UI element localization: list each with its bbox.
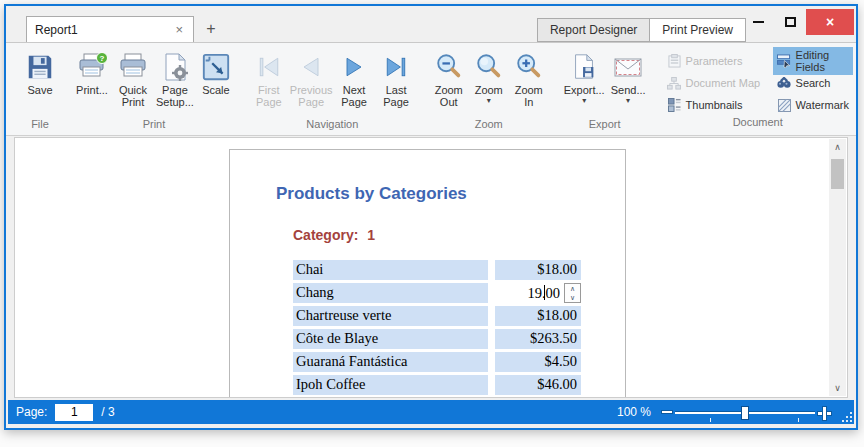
watermark-button[interactable]: Watermark — [773, 96, 853, 115]
product-price-field[interactable]: $18.00 — [495, 260, 581, 280]
next-page-icon — [340, 50, 368, 84]
group-label-document: Document — [657, 116, 859, 133]
document-map-button: Document Map — [663, 74, 769, 93]
ribbon-group-export: Export... ▾ Send... ▾ Export — [557, 45, 653, 135]
group-label-export: Export — [557, 118, 653, 135]
parameters-label: Parameters — [686, 55, 743, 67]
products-table: Chai $18.00 Chang ∧ ∨ — [293, 260, 625, 395]
window-close-icon: × — [826, 14, 834, 30]
tab-close-icon[interactable]: × — [173, 23, 185, 36]
minimize-icon — [753, 21, 764, 23]
spin-up-button[interactable]: ∧ — [565, 284, 580, 293]
tab-print-preview[interactable]: Print Preview — [649, 18, 746, 42]
scale-icon — [201, 50, 231, 84]
ribbon-group-document: Parameters Editing Fields Document Map — [657, 45, 859, 135]
table-row: Chartreuse verte $18.00 — [293, 306, 625, 326]
report-page: Products by Categories Category:1 Chai $… — [229, 149, 626, 398]
export-label: Export... — [564, 84, 605, 96]
save-icon — [25, 50, 55, 84]
maximize-button[interactable] — [774, 9, 806, 35]
product-name-cell: Chartreuse verte — [293, 306, 488, 326]
zoom-dropdown-icon — [474, 50, 504, 84]
document-tab-report1[interactable]: Report1 × — [26, 16, 194, 42]
vertical-scrollbar[interactable]: ∧ ∨ — [829, 139, 846, 396]
search-label: Search — [796, 77, 831, 89]
document-tab-label: Report1 — [35, 23, 173, 37]
quick-print-button[interactable]: Quick Print — [112, 47, 154, 108]
page-setup-icon — [159, 50, 191, 84]
zoom-slider-plus-icon[interactable] — [817, 406, 830, 419]
zoom-slider-track[interactable] — [675, 411, 815, 414]
thumbnails-button[interactable]: Thumbnails — [663, 96, 769, 115]
ribbon-group-print: ? Print... Quick Print Page Setup... — [68, 45, 240, 135]
zoom-out-label: Zoom Out — [432, 84, 466, 108]
scrollbar-thumb[interactable] — [831, 159, 844, 189]
ribbon-group-file: Save File — [16, 45, 64, 135]
zoom-slider-thumb[interactable] — [741, 406, 749, 420]
send-button[interactable]: Send... ▾ — [608, 47, 649, 105]
export-button[interactable]: Export... ▾ — [561, 47, 608, 105]
price-edit-box[interactable]: ∧ ∨ — [495, 283, 581, 303]
page-setup-button[interactable]: Page Setup... — [154, 47, 196, 108]
group-label-print: Print — [68, 118, 240, 135]
ribbon-toolbar: Save File ? Print... Quick Print — [6, 42, 856, 136]
product-price-field[interactable]: $46.00 — [495, 375, 581, 395]
title-bar: Report1 × + Report Designer Print Previe… — [6, 6, 856, 42]
table-row: Chai $18.00 — [293, 260, 625, 280]
product-price-field[interactable]: $263.50 — [495, 329, 581, 349]
close-button[interactable]: × — [806, 9, 854, 35]
export-icon — [569, 50, 599, 84]
zoom-in-button[interactable]: Zoom In — [509, 47, 549, 108]
group-label-navigation: Navigation — [244, 118, 421, 135]
group-label-zoom: Zoom — [425, 118, 553, 135]
last-page-button[interactable]: Last Page — [375, 47, 416, 108]
next-page-button[interactable]: Next Page — [333, 47, 376, 108]
dropdown-arrow-icon: ▾ — [582, 97, 586, 105]
page-setup-label: Page Setup... — [156, 84, 194, 108]
send-label: Send... — [611, 84, 646, 96]
zoom-percent: 100 % — [617, 405, 651, 419]
spin-down-button[interactable]: ∨ — [565, 293, 580, 302]
table-row: Guaraná Fantástica $4.50 — [293, 352, 625, 372]
product-price-field[interactable]: $18.00 — [495, 306, 581, 326]
scroll-up-icon[interactable]: ∧ — [829, 139, 846, 155]
tab-report-designer[interactable]: Report Designer — [537, 18, 649, 42]
page-total: / 3 — [101, 405, 114, 419]
scale-button[interactable]: Scale — [196, 47, 236, 96]
zoom-in-label: Zoom In — [512, 84, 546, 108]
product-price-field[interactable]: $4.50 — [495, 352, 581, 372]
scale-label: Scale — [202, 84, 230, 96]
quick-print-label: Quick Print — [115, 84, 151, 108]
product-name-cell: Ipoh Coffee — [293, 375, 488, 395]
page-number-input[interactable] — [55, 404, 93, 421]
zoom-out-button[interactable]: Zoom Out — [429, 47, 469, 108]
watermark-icon — [777, 98, 792, 113]
search-button[interactable]: Search — [773, 74, 853, 93]
category-label: Category: — [293, 227, 358, 243]
zoom-slider[interactable] — [661, 406, 830, 419]
ribbon-group-navigation: First Page Previous Page Next Page — [244, 45, 421, 135]
quick-print-icon — [117, 50, 149, 84]
product-name-cell: Chang — [293, 283, 488, 303]
previous-page-label: Previous Page — [290, 84, 333, 108]
zoom-button[interactable]: Zoom ▾ — [469, 47, 509, 105]
ribbon-group-zoom: Zoom Out Zoom ▾ Zoom In Zoom — [425, 45, 553, 135]
save-button[interactable]: Save — [20, 47, 60, 96]
page-label: Page: — [16, 405, 47, 419]
next-page-label: Next Page — [336, 84, 373, 108]
minimize-button[interactable] — [742, 9, 774, 35]
resize-grip[interactable] — [840, 410, 852, 422]
thumbnails-label: Thumbnails — [686, 99, 743, 111]
scroll-down-icon[interactable]: ∨ — [829, 380, 846, 396]
zoom-label: Zoom — [475, 84, 503, 96]
editing-fields-button[interactable]: Editing Fields — [773, 47, 853, 75]
zoom-in-icon — [514, 50, 544, 84]
price-edit-input[interactable] — [495, 284, 564, 302]
new-tab-button[interactable]: + — [202, 20, 220, 38]
price-spinner: ∧ ∨ — [564, 283, 581, 303]
print-button[interactable]: ? Print... — [72, 47, 112, 96]
first-page-label: First Page — [251, 84, 287, 108]
parameters-button: Parameters — [663, 52, 769, 71]
group-label-file: File — [16, 118, 64, 135]
zoom-slider-minus-icon[interactable] — [661, 410, 673, 414]
